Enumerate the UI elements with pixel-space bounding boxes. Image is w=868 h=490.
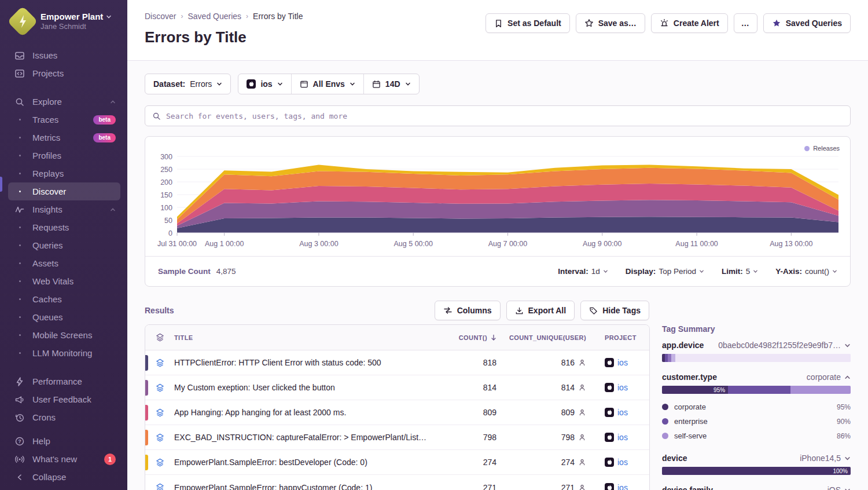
sidebar-item-crons[interactable]: Crons — [8, 408, 120, 426]
sidebar-group-explore[interactable]: Explore — [8, 93, 120, 111]
chevron-down-icon — [844, 487, 851, 490]
bullet-dot-icon — [14, 244, 25, 246]
error-title[interactable]: EXC_BAD_INSTRUCTION: captureFatalError: … — [174, 433, 438, 442]
lightning-icon — [14, 376, 25, 387]
sidebar-item-whats-new[interactable]: What's new 1 — [8, 450, 120, 468]
error-title[interactable]: EmpowerPlant.SampleError: happyCustomer … — [174, 483, 438, 490]
column-header-title[interactable]: TITLE — [174, 334, 438, 341]
saved-queries-button[interactable]: Saved Queries — [763, 13, 851, 33]
sidebar-item-assets[interactable]: Assets — [8, 254, 120, 272]
table-row[interactable]: EXC_BAD_INSTRUCTION: captureFatalError: … — [145, 425, 649, 450]
svg-text:Jul 31 00:00: Jul 31 00:00 — [157, 240, 197, 248]
sidebar-item-requests[interactable]: Requests — [8, 218, 120, 236]
project-link[interactable]: ios — [617, 358, 628, 367]
breadcrumb-saved-queries[interactable]: Saved Queries — [187, 12, 241, 21]
tag-top-value[interactable]: iOS — [827, 485, 851, 490]
sidebar-item-traces[interactable]: Tracesbeta — [8, 111, 120, 129]
svg-text:100: 100 — [160, 204, 172, 212]
project-link[interactable]: ios — [617, 433, 628, 442]
sidebar-collapse-button[interactable]: Collapse — [8, 468, 120, 486]
sidebar-item-queries[interactable]: Queries — [8, 236, 120, 254]
chevron-down-icon — [699, 269, 704, 274]
set-as-default-button[interactable]: Set as Default — [486, 13, 570, 33]
error-title[interactable]: App Hanging: App hanging for at least 20… — [174, 408, 438, 417]
column-header-project[interactable]: PROJECT — [589, 334, 649, 341]
sidebar-item-projects[interactable]: Projects — [8, 64, 120, 82]
stack-events-icon[interactable] — [145, 482, 174, 490]
dataset-selector[interactable]: Dataset: Errors — [145, 74, 231, 94]
chart-legend[interactable]: Releases — [804, 145, 840, 152]
table-row[interactable]: App Hanging: App hanging for at least 20… — [145, 400, 649, 425]
dataset-label: Dataset: — [153, 79, 185, 89]
stack-events-icon[interactable] — [145, 433, 174, 443]
breadcrumb-discover[interactable]: Discover — [145, 12, 176, 21]
project-link[interactable]: ios — [617, 458, 628, 467]
error-title[interactable]: My Custom exeption: User clicked the but… — [174, 383, 438, 392]
stack-events-icon[interactable] — [145, 383, 174, 393]
search-input[interactable] — [166, 112, 843, 120]
tag-top-value[interactable]: corporate — [807, 372, 851, 382]
sidebar-item-caches[interactable]: Caches — [8, 290, 120, 308]
error-title[interactable]: EmpowerPlant.SampleError: bestDeveloper … — [174, 458, 438, 467]
table-row[interactable]: EmpowerPlant.SampleError: bestDeveloper … — [145, 450, 649, 475]
sidebar-item-queues[interactable]: Queues — [8, 308, 120, 326]
search-icon — [152, 112, 161, 120]
apple-icon — [605, 383, 614, 392]
tag-legend-item[interactable]: corporate95% — [662, 400, 851, 414]
more-options-button[interactable]: … — [734, 13, 757, 33]
sidebar-item-llm-monitoring[interactable]: LLM Monitoring — [8, 344, 120, 362]
date-range-filter[interactable]: 14D — [363, 74, 419, 94]
hide-tags-button[interactable]: Hide Tags — [580, 301, 649, 320]
chevron-up-icon — [110, 207, 116, 213]
table-row[interactable]: EmpowerPlant.SampleError: happyCustomer … — [145, 475, 649, 490]
sidebar-item-replays[interactable]: Replays — [8, 164, 120, 182]
create-alert-button[interactable]: Create Alert — [651, 13, 728, 33]
export-all-button[interactable]: Export All — [506, 301, 575, 320]
sidebar-item-web-vitals[interactable]: Web Vitals — [8, 272, 120, 290]
project-link[interactable]: ios — [617, 408, 628, 417]
stack-events-icon[interactable] — [145, 408, 174, 418]
sidebar-item-discover[interactable]: Discover — [8, 182, 120, 200]
tag-distribution-bar[interactable]: 100% — [662, 467, 851, 475]
filter-bar: Dataset: Errors ios All Envs — [145, 74, 851, 94]
tag-distribution-bar[interactable]: 95% — [662, 386, 851, 394]
save-as-button[interactable]: Save as… — [576, 13, 645, 33]
sidebar-item-metrics[interactable]: Metricsbeta — [8, 129, 120, 147]
table-row[interactable]: HTTPClientError: HTTP Client Error with … — [145, 350, 649, 375]
environment-filter[interactable]: All Envs — [291, 74, 363, 94]
interval-selector[interactable]: Interval: 1d — [558, 267, 608, 276]
button-label: Columns — [457, 306, 492, 315]
limit-selector[interactable]: Limit: 5 — [722, 267, 758, 276]
series-color-accent — [145, 405, 148, 420]
columns-button[interactable]: Columns — [435, 301, 501, 320]
calendar-icon — [372, 80, 381, 89]
table-row[interactable]: My Custom exeption: User clicked the but… — [145, 375, 649, 400]
sidebar-item-issues[interactable]: Issues — [8, 46, 120, 64]
tag-distribution-bar[interactable] — [662, 354, 851, 362]
sidebar-item-profiles[interactable]: Profiles — [8, 147, 120, 164]
interval-label: Interval: — [558, 267, 589, 276]
releases-legend-label: Releases — [813, 145, 840, 152]
sidebar-item-user-feedback[interactable]: User Feedback — [8, 390, 120, 408]
column-header-unique[interactable]: COUNT_UNIQUE(USER) — [499, 334, 589, 341]
yaxis-selector[interactable]: Y-Axis: count() — [775, 267, 837, 276]
sidebar-item-mobile-screens[interactable]: Mobile Screens — [8, 326, 120, 344]
tag-top-value[interactable]: 0baebc0de4982f1255f2e9e9fb7… — [718, 341, 851, 350]
display-selector[interactable]: Display: Top Period — [626, 267, 704, 276]
stack-events-icon[interactable] — [145, 358, 174, 368]
project-link[interactable]: ios — [617, 483, 628, 490]
error-title[interactable]: HTTPClientError: HTTP Client Error with … — [174, 358, 438, 367]
user-icon — [578, 458, 586, 466]
tag-legend-item[interactable]: self-serve86% — [662, 429, 851, 443]
project-link[interactable]: ios — [617, 383, 628, 392]
org-switcher[interactable]: Empower Plant Jane Schmidt — [8, 8, 120, 35]
column-header-count[interactable]: COUNT() — [438, 334, 499, 341]
limit-value: 5 — [746, 267, 751, 276]
tag-legend-item[interactable]: enterprise90% — [662, 414, 851, 429]
sidebar-group-insights[interactable]: Insights — [8, 200, 120, 218]
sidebar-item-help[interactable]: ? Help — [8, 432, 120, 450]
project-filter[interactable]: ios — [238, 74, 290, 94]
stack-events-icon[interactable] — [145, 458, 174, 467]
sidebar-item-performance[interactable]: Performance — [8, 372, 120, 390]
tag-top-value[interactable]: iPhone14,5 — [800, 454, 851, 463]
